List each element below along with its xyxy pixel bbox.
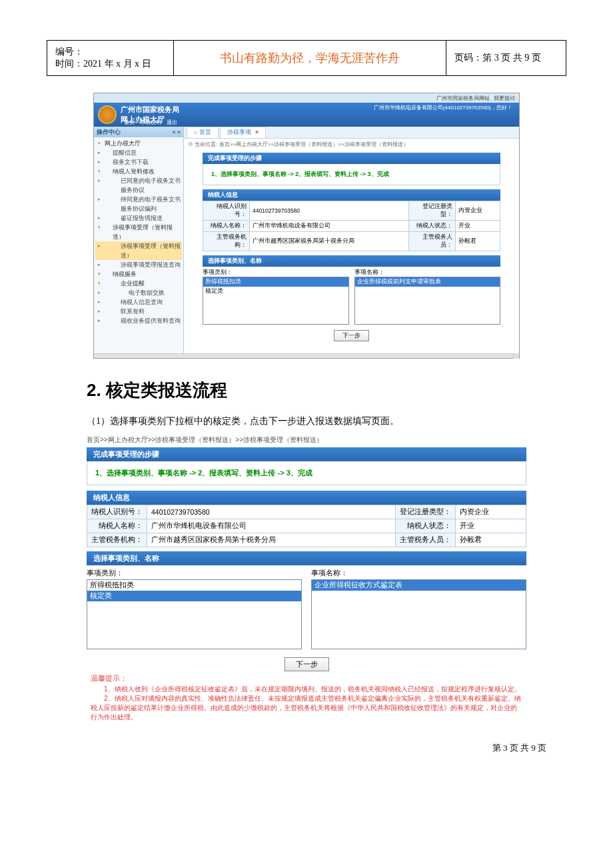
warm-tip-line: 1、纳税人收到《企业所得税核定征收鉴定表》后，未在规定期限内填列、报送的，税务机… [91,685,522,694]
select-panel-header: 选择事项类别、名称 [203,255,500,267]
list-item[interactable]: 所得税抵扣类 [87,580,301,591]
itemname-label: 事项名称： [354,268,501,277]
category-listbox[interactable]: 所得税抵扣类 核定类 [203,277,349,325]
next-button[interactable]: 下一步 [334,330,369,341]
list-item[interactable]: 核定类 [203,287,348,296]
nav-help[interactable]: 帮助说明 [140,119,161,125]
topbar-link-site[interactable]: 广州市国家税务局网站 [436,95,490,102]
select-panel-header: 选择事项类别、名称 [87,551,526,565]
info-label: 纳税人状态： [409,221,456,232]
sidebar-tree[interactable]: 网上办税大厅 提醒信息 税务文书下载 纳税人资料修改 已同意的电子税务文书服务协… [94,137,183,327]
tree-item[interactable]: 纳税人信息查询 [95,297,182,307]
info-label: 纳税人识别号： [203,201,250,221]
info-value: 广州市越秀区国家税务局第十税务分局 [147,533,396,547]
steps-panel-body: 1、选择事项类别、事项名称 -> 2、报表填写、资料上传 -> 3、完成 [87,461,526,485]
taxpayer-info-table: 纳税人识别号： 440102739703580 登记注册类型： 内资企业 纳税人… [203,201,500,251]
section-intro: （1）选择事项类别下拉框中的核定类，点击下一步进入报送数据填写页面。 [87,415,613,427]
tree-item[interactable]: 涉税事项受理（资料报送） [95,223,182,241]
tree-item[interactable]: 税务文书下载 [95,157,182,167]
tree-item[interactable]: 纳税服务 [95,269,182,279]
tree-item[interactable]: 涉税事项受理报送查询 [95,260,182,269]
tree-item[interactable]: 联系资料 [95,307,182,316]
page-footer: 第 3 页 共 9 页 [0,742,546,754]
list-item-selected[interactable]: 企业所得税征收方式鉴定表 [312,580,526,591]
info-value: 内资企业 [456,201,500,221]
category-label: 事项类别： [87,567,302,579]
doc-header-table: 编号： 时间：2021 年 x 月 x 日 书山有路勤为径，学海无涯苦作舟 页码… [47,40,566,76]
emb-subnav: 首页 帮助说明 退出 [124,119,181,126]
breadcrumb: ※ 当前位置: 首页>>网上办税大厅>>涉税事项受理（资料报送）>>涉税事项受理… [184,139,519,150]
steps-panel-header: 完成事项受理的步骤 [203,153,500,164]
steps-text: 1、选择事项类别、事项名称 -> 2、报表填写、资料上传 -> 3、完成 [95,467,518,479]
tree-item[interactable]: 纳税人资料修改 [95,167,182,176]
info-label: 主管税务机构： [87,533,147,547]
info-value: 广州市华烽机电设备有限公司 [250,221,409,232]
category-listbox[interactable]: 所得税抵扣类 核定类 [87,579,302,649]
list-item[interactable]: 企业所得税税前列支申请审批表 [355,277,500,287]
list-item-selected[interactable]: 核定类 [87,591,301,601]
tree-item[interactable]: 待同意的电子税务文书服务协议编列 [95,195,182,213]
info-label: 纳税人名称： [87,519,147,533]
header-date: 时间：2021 年 x 月 x 日 [55,58,165,70]
emb-header: 广州市国家税务局 网上办税大厅 广州市华烽机电设备有限公司(4401027397… [94,103,519,127]
app-title: 广州市国家税务局 [121,105,179,115]
tree-item[interactable]: 电子数据交换 [95,288,182,297]
info-label: 登记注册类型： [395,505,455,519]
tab-label: 涉税事项 [227,129,251,135]
emb-topbar: 广州市国家税务局网站 我要提问 [94,93,519,103]
itemname-listbox[interactable]: 企业所得税征收方式鉴定表 [311,579,526,649]
section-heading: 2. 核定类报送流程 [87,379,613,402]
nav-exit[interactable]: 退出 [167,119,177,125]
user-info-bar: 广州市华烽机电设备有限公司(440102739703580)，您好！ [374,104,512,111]
emb-sidebar: 操作中心 « » 网上办税大厅 提醒信息 税务文书下载 纳税人资料修改 已同意的… [94,127,184,353]
info-value: 开业 [456,221,500,232]
info-label: 纳税人名称： [203,221,250,232]
horizontal-scrollbar[interactable] [94,353,519,358]
info-label: 登记注册类型： [409,201,456,221]
tree-item[interactable]: 税收业务提供资料查询 [95,316,182,325]
tree-item[interactable]: 鉴证报告填报送 [95,213,182,223]
info-value: 广州市越秀区国家税务局第十税务分局 [250,232,409,251]
tree-item[interactable]: 已同意的电子税务文书服务协议 [95,176,182,195]
header-motto: 书山有路勤为径，学海无涯苦作舟 [173,41,446,76]
header-left-cell: 编号： 时间：2021 年 x 月 x 日 [47,41,174,76]
info-label: 主管税务人员： [395,533,455,547]
tree-item[interactable]: 企业提醒 [95,279,182,288]
sidebar-heading: 操作中心 « » [94,127,183,137]
info-label: 主管税务机构： [203,232,250,251]
info-value: 孙毅君 [455,533,526,547]
tree-item-selected[interactable]: 涉税事项受理（资料报送） [95,241,182,260]
info-label: 纳税人识别号： [87,505,147,519]
info-value: 广州市华烽机电设备有限公司 [147,519,396,533]
tab-active[interactable]: 涉税事项 × [220,127,266,138]
emb-tabs: 首页 涉税事项 × [184,127,519,139]
taxpayer-info-table: 纳税人识别号： 440102739703580 登记注册类型： 内资企业 纳税人… [87,505,526,547]
embedded-app-screenshot: 广州市国家税务局网站 我要提问 广州市国家税务局 网上办税大厅 广州市华烽机电设… [93,93,520,359]
list-item[interactable]: 所得税抵扣类 [203,277,348,287]
topbar-link-ask[interactable]: 我要提问 [494,95,515,102]
nav-home[interactable]: 首页 [124,119,135,125]
info-value: 开业 [455,519,526,533]
itemname-listbox[interactable]: 企业所得税税前列支申请审批表 [354,277,501,325]
category-label: 事项类别： [203,268,349,277]
close-icon[interactable]: × [255,129,259,135]
info-value: 内资企业 [455,505,526,519]
steps-panel-body: 1、选择事项类别、事项名称 -> 2、报表填写、资料上传 -> 3、完成 [203,164,500,185]
steps-panel-header: 完成事项受理的步骤 [87,447,526,461]
info-panel-header: 纳税人信息 [87,491,526,505]
next-button[interactable]: 下一步 [285,657,329,671]
warm-tip-body: 1、纳税人收到《企业所得税核定征收鉴定表》后，未在规定期限内填列、报送的，税务机… [87,685,526,722]
info-panel-header: 纳税人信息 [203,189,500,201]
info-value: 440102739703580 [147,505,396,519]
tab-home[interactable]: 首页 [187,127,219,138]
tree-item[interactable]: 网上办税大厅 [95,139,182,148]
info-label: 纳税人状态： [395,519,455,533]
tree-item[interactable]: 提醒信息 [95,148,182,157]
breadcrumb: 首页>>网上办税大厅>>涉税事项受理（资料报送）>>涉税事项受理（资料报送） [87,433,526,447]
select-row: 事项类别： 所得税抵扣类 核定类 事项名称： 企业所得税税前列支申请审批表 [203,268,500,325]
steps-text: 1、选择事项类别、事项名称 -> 2、报表填写、资料上传 -> 3、完成 [209,167,494,181]
header-number: 编号： [55,46,165,58]
info-value: 孙毅君 [456,232,500,251]
warm-tip-line: 2、纳税人应对填报内容的真实性、准确性负法律责任。未按规定填报造成主管税务机关鉴… [91,694,522,722]
info-value: 440102739703580 [250,201,409,221]
